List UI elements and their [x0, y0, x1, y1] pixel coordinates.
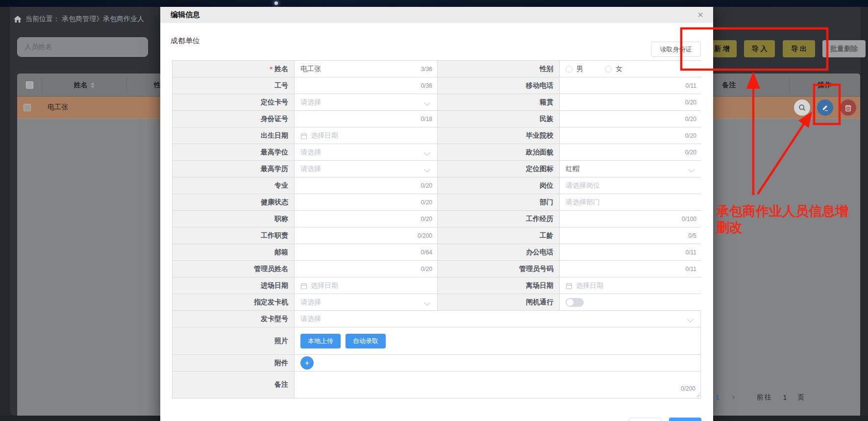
table-header-operation: 操作 — [789, 74, 860, 97]
form-field-native-place[interactable]: 0/20 — [560, 94, 701, 110]
unit-name: 成都单位 — [171, 36, 200, 46]
export-button[interactable]: 导 出 — [783, 40, 815, 57]
form-label-id-number: 身份证号 — [173, 111, 295, 127]
form-field-location-card[interactable]: 请选择 — [295, 94, 438, 110]
form-label-mobile-phone: 移动电话 — [438, 77, 560, 94]
form-field-admin-name[interactable]: 0/20 — [295, 261, 438, 277]
form-field-leave-date[interactable]: 选择日期 — [560, 277, 701, 294]
view-button[interactable] — [794, 99, 810, 116]
cancel-button[interactable] — [629, 418, 661, 421]
radio-circle-icon — [605, 66, 612, 73]
form-field-highest-education[interactable]: 请选择 — [295, 161, 438, 177]
row-name-cell: 电工张 — [48, 103, 68, 112]
search-placeholder: 人员姓名 — [25, 43, 52, 51]
form-field-remark[interactable]: 0/200 — [295, 371, 700, 398]
form-field-id-number[interactable]: 0/18 — [295, 111, 438, 127]
chevron-down-icon — [688, 166, 694, 173]
local-upload-button[interactable]: 本地上传 — [300, 334, 341, 348]
auto-capture-button[interactable]: 自动录取 — [346, 334, 386, 348]
form-field-job-title[interactable]: 0/20 — [295, 211, 438, 227]
table-header-name[interactable]: 姓名 — [42, 74, 126, 97]
breadcrumb-text: 当前位置： 承包商管理》承包商作业人 — [25, 15, 144, 24]
edit-button[interactable] — [817, 99, 833, 116]
sort-caret-icon[interactable] — [91, 82, 95, 88]
form-label-card-model: 发卡型号 — [173, 311, 295, 327]
form-field-graduate-school[interactable]: 0/20 — [560, 127, 701, 144]
form-field-email[interactable]: 0/64 — [295, 244, 438, 260]
toggle-gate-pass[interactable] — [566, 298, 584, 307]
form-field-photo[interactable]: 本地上传自动录取 — [295, 327, 700, 354]
form-label-admin-name: 管理员姓名 — [173, 261, 295, 277]
form-label-ethnicity: 民族 — [438, 111, 560, 127]
form-field-work-years[interactable]: 0/5 — [560, 227, 701, 244]
form-field-attachment[interactable]: + — [295, 355, 700, 371]
form-field-gender[interactable]: 男女 — [560, 61, 701, 77]
form-field-gate-pass[interactable] — [560, 294, 701, 310]
form-label-photo: 照片 — [173, 327, 295, 354]
close-icon[interactable]: × — [694, 9, 706, 21]
form-field-highest-degree[interactable]: 请选择 — [295, 144, 438, 160]
form-field-entry-date[interactable]: 选择日期 — [295, 277, 438, 294]
chevron-down-icon — [424, 299, 430, 306]
confirm-button[interactable] — [669, 418, 701, 421]
resize-handle[interactable] — [695, 393, 699, 397]
form-label-location-card: 定位卡号 — [173, 94, 295, 110]
edit-form: *姓名电工张3/36性别男女工号0/36移动电话0/11定位卡号请选择籍贯0/2… — [172, 60, 701, 398]
next-page-icon[interactable]: › — [723, 392, 744, 403]
form-row: 最高学位请选择政治面貌0/20 — [173, 144, 700, 161]
form-label-card-issuer: 指定发卡机 — [173, 294, 295, 310]
char-counter: 0/11 — [686, 266, 696, 272]
form-row: 工号0/36移动电话0/11 — [173, 77, 700, 94]
form-field-work-experience[interactable]: 0/100 — [560, 211, 701, 227]
form-label-leave-date: 离场日期 — [438, 277, 560, 294]
form-field-card-model[interactable]: 请选择 — [295, 311, 700, 327]
select-all-checkbox[interactable] — [26, 81, 33, 89]
page-number-current[interactable]: 1 — [712, 394, 723, 401]
form-label-highest-degree: 最高学位 — [173, 144, 295, 160]
form-row: 职称0/20工作经历0/100 — [173, 211, 700, 227]
char-counter: 0/200 — [681, 385, 695, 392]
form-field-employee-no[interactable]: 0/36 — [295, 77, 438, 94]
char-counter: 0/100 — [682, 216, 696, 223]
form-field-major[interactable]: 0/20 — [295, 177, 438, 194]
form-row: 最高学历请选择定位图标红帽 — [173, 161, 700, 177]
import-button[interactable]: 导 入 — [744, 40, 775, 57]
batch-delete-button[interactable]: 批量删除 — [822, 40, 866, 57]
form-field-location-icon[interactable]: 红帽 — [560, 161, 701, 177]
calendar-icon — [300, 282, 307, 290]
char-counter: 0/20 — [685, 132, 696, 139]
form-field-office-phone[interactable]: 0/11 — [560, 244, 701, 260]
form-field-admin-number[interactable]: 0/11 — [560, 261, 701, 277]
char-counter: 0/200 — [418, 232, 432, 239]
app-top-strip — [0, 0, 868, 7]
form-label-major: 专业 — [173, 177, 295, 194]
read-id-card-button[interactable]: 读取身份证 — [651, 42, 701, 57]
form-field-card-issuer[interactable]: 请选择 — [295, 294, 438, 310]
form-field-health-status[interactable]: 0/20 — [295, 194, 438, 210]
form-field-department[interactable]: 请选择部门 — [560, 194, 701, 210]
form-field-political-status[interactable]: 0/20 — [560, 144, 701, 160]
radio-gender-0[interactable]: 男 — [566, 65, 583, 74]
delete-button[interactable] — [840, 99, 856, 116]
form-field-ethnicity[interactable]: 0/20 — [560, 111, 701, 127]
form-label-highest-education: 最高学历 — [173, 161, 295, 177]
radio-gender-1[interactable]: 女 — [605, 65, 622, 74]
chevron-down-icon — [424, 166, 430, 173]
form-field-job-duty[interactable]: 0/200 — [295, 227, 438, 244]
goto-page-input[interactable]: 1 — [772, 394, 797, 401]
char-counter: 0/11 — [686, 82, 696, 89]
form-field-mobile-phone[interactable]: 0/11 — [560, 77, 701, 94]
add-attachment-button[interactable]: + — [300, 356, 314, 370]
form-field-post[interactable]: 请选择岗位 — [560, 177, 701, 194]
form-row: 专业0/20岗位请选择岗位 — [173, 177, 700, 194]
search-input[interactable]: 人员姓名 — [17, 37, 148, 57]
form-row: 进场日期选择日期离场日期选择日期 — [173, 277, 700, 294]
char-counter: 0/36 — [421, 82, 432, 89]
form-label-political-status: 政治面貌 — [438, 144, 560, 160]
form-field-birth-date[interactable]: 选择日期 — [295, 127, 438, 144]
form-label-native-place: 籍贯 — [438, 94, 560, 110]
form-field-name[interactable]: 电工张3/36 — [295, 61, 438, 77]
form-label-work-years: 工龄 — [438, 227, 560, 244]
row-checkbox[interactable] — [24, 104, 31, 111]
decor-star — [274, 1, 278, 5]
